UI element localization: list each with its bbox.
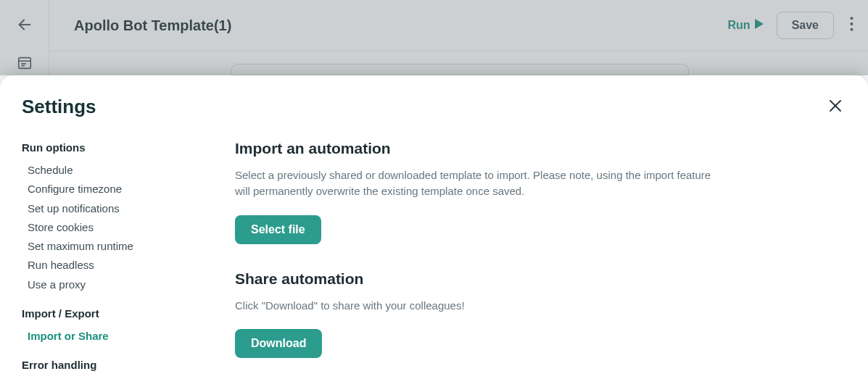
modal-header: Settings: [0, 75, 868, 127]
select-file-button[interactable]: Select file: [235, 215, 321, 244]
import-heading: Import an automation: [235, 140, 781, 157]
sidebar-item[interactable]: Set up notifications: [22, 199, 213, 218]
sidebar-section-title: Error handling: [22, 359, 213, 371]
settings-modal: Settings Run optionsScheduleConfigure ti…: [0, 75, 868, 379]
sidebar-section-list: Import or Share: [22, 327, 213, 346]
sidebar-item[interactable]: Schedule: [22, 161, 213, 180]
settings-content: Import an automation Select a previously…: [225, 127, 868, 379]
sidebar-item[interactable]: Use a proxy: [22, 275, 213, 294]
share-description: Click "Download" to share with your coll…: [235, 298, 728, 314]
sidebar-item[interactable]: Store cookies: [22, 218, 213, 237]
modal-title: Settings: [22, 96, 96, 118]
sidebar-section-title: Run options: [22, 141, 213, 154]
share-heading: Share automation: [235, 270, 781, 288]
modal-overlay: [0, 0, 868, 75]
sidebar-section-list: ScheduleConfigure timezoneSet up notific…: [22, 161, 213, 294]
close-icon[interactable]: [829, 99, 842, 115]
sidebar-item[interactable]: Set maximum runtime: [22, 237, 213, 256]
sidebar-item[interactable]: Configure timezone: [22, 180, 213, 199]
sidebar-section-title: Import / Export: [22, 307, 213, 320]
download-button[interactable]: Download: [235, 329, 322, 358]
import-description: Select a previously shared or downloaded…: [235, 167, 728, 199]
modal-body: Run optionsScheduleConfigure timezoneSet…: [0, 127, 868, 379]
sidebar-item[interactable]: Run headless: [22, 256, 213, 275]
sidebar-item[interactable]: Import or Share: [22, 327, 213, 346]
settings-sidebar: Run optionsScheduleConfigure timezoneSet…: [0, 127, 225, 379]
